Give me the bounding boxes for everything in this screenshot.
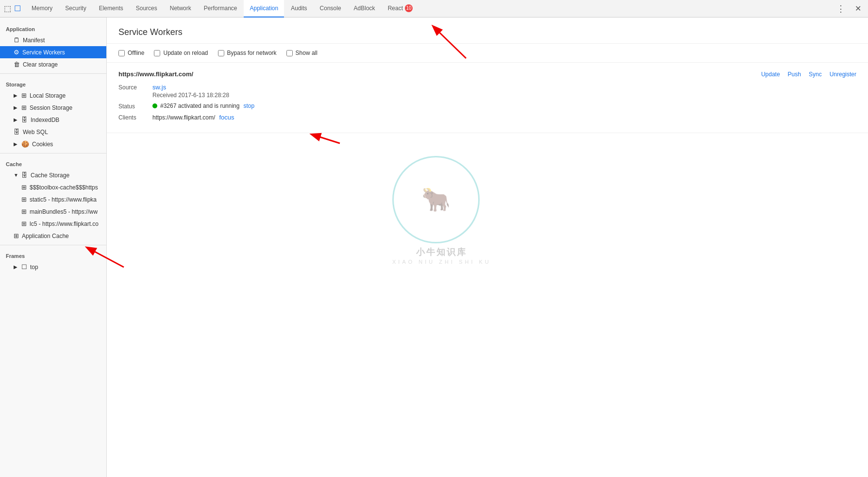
tab-right-controls: ⋮ ✕ (834, 2, 864, 15)
source-value: sw.js Received 2017-6-13 18:28:28 (152, 84, 229, 99)
tab-sources[interactable]: Sources (130, 0, 163, 17)
tab-react[interactable]: React 10 (382, 0, 418, 17)
update-on-reload-checkbox-label[interactable]: Update on reload (154, 50, 208, 56)
sw-source-row: Source sw.js Received 2017-6-13 18:28:28 (118, 84, 856, 99)
clients-url: https://www.flipkart.com/ (152, 114, 215, 121)
update-on-reload-label: Update on reload (163, 50, 208, 56)
react-badge: 10 (405, 4, 413, 12)
push-link[interactable]: Push (788, 71, 801, 78)
devtools-icons: ⬚ ☐ (4, 4, 21, 13)
sidebar-cache-label: Cache (0, 156, 106, 169)
sidebar-item-session-storage[interactable]: ▶ ⊞ Session Storage (0, 102, 106, 114)
sidebar-item-cache-4[interactable]: ⊞ lc5 - https://www.flipkart.co (0, 218, 106, 230)
watermark: 🐂 小牛知识库 XIAO NIU ZHI SHI KU (392, 156, 491, 265)
cache-storage-icon: 🗄 (21, 171, 28, 179)
bypass-for-network-checkbox-label[interactable]: Bypass for network (218, 50, 277, 56)
expand-arrow-indexeddb: ▶ (14, 117, 18, 122)
sidebar-item-clear-storage[interactable]: 🗑 Clear storage (0, 58, 106, 70)
sidebar-item-service-workers[interactable]: ⚙ Service Workers (0, 46, 106, 58)
sidebar-item-websql[interactable]: 🗄 Web SQL (0, 126, 106, 138)
sidebar-app-cache-label: Application Cache (22, 233, 69, 239)
cache-item2-icon: ⊞ (21, 196, 27, 203)
sw-clients-row: Clients https://www.flipkart.com/ focus (118, 114, 856, 121)
sidebar-service-workers-label: Service Workers (22, 49, 65, 56)
tab-security[interactable]: Security (59, 0, 92, 17)
frame-icon: ☐ (21, 263, 27, 271)
source-label: Source (118, 84, 152, 91)
sidebar-manifest-label: Manifest (23, 37, 45, 44)
tab-bar: ⬚ ☐ Memory Security Elements Sources Net… (0, 0, 868, 17)
tab-application[interactable]: Application (244, 0, 284, 17)
more-options-icon[interactable]: ⋮ (834, 2, 848, 15)
tab-adblock[interactable]: AdBlock (348, 0, 381, 17)
tab-performance[interactable]: Performance (198, 0, 243, 17)
websql-icon: 🗄 (14, 128, 20, 136)
sidebar-item-application-cache[interactable]: ⊞ Application Cache (0, 230, 106, 242)
sidebar-item-indexeddb[interactable]: ▶ 🗄 IndexedDB (0, 114, 106, 126)
sidebar-item-cache-2[interactable]: ⊞ static5 - https://www.flipka (0, 193, 106, 205)
sidebar-frames-top-label: top (30, 264, 38, 271)
sw-origin-url: https://www.flipkart.com/ (118, 70, 193, 78)
unregister-link[interactable]: Unregister (830, 71, 856, 78)
sidebar-item-cache-1[interactable]: ⊞ $$$toolbox-cache$$$https (0, 181, 106, 193)
sidebar-storage-label: Storage (0, 77, 106, 89)
received-date: Received 2017-6-13 18:28:28 (152, 92, 229, 99)
inspector-icon[interactable]: ☐ (14, 4, 21, 13)
expand-arrow-cache: ▼ (14, 172, 18, 178)
clear-storage-icon: 🗑 (14, 61, 20, 68)
focus-link[interactable]: focus (219, 114, 234, 121)
show-all-checkbox-label[interactable]: Show all (286, 50, 317, 56)
clients-label: Clients (118, 114, 152, 121)
tab-memory[interactable]: Memory (26, 0, 58, 17)
expand-arrow-session: ▶ (14, 105, 18, 110)
sync-link[interactable]: Sync (809, 71, 822, 78)
sidebar-item-cache-3[interactable]: ⊞ mainBundles5 - https://ww (0, 205, 106, 218)
divider-3 (0, 245, 106, 245)
status-text: #3267 activated and is running (160, 102, 239, 109)
divider-2 (0, 153, 106, 153)
source-file-link[interactable]: sw.js (152, 84, 166, 91)
status-value: #3267 activated and is running stop (152, 102, 254, 109)
sidebar-session-storage-label: Session Storage (30, 104, 72, 111)
sidebar-item-frames-top[interactable]: ▶ ☐ top (0, 261, 106, 273)
sidebar-websql-label: Web SQL (23, 129, 48, 136)
close-devtools-button[interactable]: ✕ (852, 3, 864, 14)
sidebar-cache-item1-label: $$$toolbox-cache$$$https (30, 184, 98, 191)
sidebar: Application 🗒 Manifest ⚙ Service Workers… (0, 17, 107, 477)
sidebar-cache-storage-label: Cache Storage (31, 172, 69, 179)
service-workers-icon: ⚙ (14, 49, 19, 56)
sw-action-links: Update Push Sync Unregister (761, 71, 856, 78)
manifest-icon: 🗒 (14, 36, 20, 44)
cache-item4-icon: ⊞ (21, 220, 27, 227)
show-all-checkbox[interactable] (286, 50, 293, 56)
offline-checkbox-label[interactable]: Offline (118, 50, 144, 56)
sidebar-frames-label: Frames (0, 248, 106, 261)
sidebar-local-storage-label: Local Storage (30, 92, 66, 99)
clients-value: https://www.flipkart.com/ focus (152, 114, 234, 121)
tab-console[interactable]: Console (314, 0, 347, 17)
bypass-for-network-checkbox[interactable] (218, 50, 224, 56)
sidebar-item-local-storage[interactable]: ▶ ⊞ Local Storage (0, 89, 106, 102)
stop-link[interactable]: stop (243, 102, 254, 109)
cookies-icon: 🍪 (21, 140, 29, 148)
expand-arrow-local: ▶ (14, 93, 18, 98)
status-label: Status (118, 102, 152, 110)
app-cache-icon: ⊞ (14, 232, 19, 239)
expand-arrow-frames: ▶ (14, 264, 18, 270)
offline-checkbox[interactable] (118, 50, 125, 56)
update-on-reload-checkbox[interactable] (154, 50, 160, 56)
divider-1 (0, 73, 106, 74)
sidebar-item-manifest[interactable]: 🗒 Manifest (0, 34, 106, 46)
tab-elements[interactable]: Elements (93, 0, 129, 17)
cursor-icon[interactable]: ⬚ (4, 4, 11, 13)
tab-audits[interactable]: Audits (285, 0, 313, 17)
local-storage-icon: ⊞ (21, 92, 27, 99)
expand-arrow-cookies: ▶ (14, 141, 18, 147)
update-link[interactable]: Update (761, 71, 780, 78)
sidebar-cookies-label: Cookies (32, 141, 53, 148)
sidebar-item-cookies[interactable]: ▶ 🍪 Cookies (0, 138, 106, 150)
sidebar-clear-storage-label: Clear storage (23, 61, 58, 68)
sidebar-item-cache-storage[interactable]: ▼ 🗄 Cache Storage (0, 169, 106, 181)
tab-network[interactable]: Network (164, 0, 197, 17)
main-layout: Application 🗒 Manifest ⚙ Service Workers… (0, 17, 868, 477)
